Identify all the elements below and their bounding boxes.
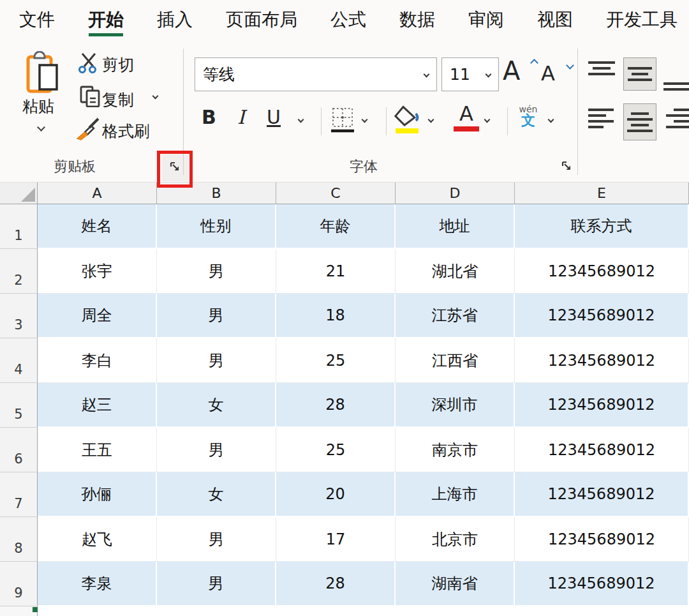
row-header-8[interactable]: 8 — [0, 517, 38, 562]
font-dialog-launcher-button[interactable] — [558, 158, 575, 176]
font-color-button[interactable]: A — [450, 103, 482, 131]
paste-dropdown-chevron-icon[interactable] — [37, 123, 45, 131]
font-size-chevron-icon[interactable] — [485, 71, 492, 78]
cell-D3[interactable]: 江苏省 — [396, 294, 515, 338]
column-header-A[interactable]: A — [38, 183, 157, 204]
row-header-9[interactable]: 9 — [0, 562, 38, 606]
row-header-1[interactable]: 1 — [0, 204, 38, 249]
cell-A9[interactable]: 李泉 — [38, 562, 157, 606]
copy-dropdown-chevron-icon[interactable] — [152, 93, 159, 100]
cell-A1[interactable]: 姓名 — [38, 204, 157, 249]
cell-B4[interactable]: 男 — [157, 338, 276, 383]
align-top-button[interactable] — [588, 61, 618, 91]
cell-B1[interactable]: 性别 — [157, 204, 276, 249]
cell-E7[interactable]: 12345689012 — [515, 472, 689, 517]
row-header-4[interactable]: 4 — [0, 338, 38, 383]
row-header-6[interactable]: 6 — [0, 428, 38, 472]
ribbon-tab-6[interactable]: 审阅 — [468, 0, 504, 40]
cell-C9[interactable]: 28 — [276, 562, 396, 606]
cell-B9[interactable]: 男 — [157, 562, 276, 606]
row-header-5[interactable]: 5 — [0, 383, 38, 428]
cell-E8[interactable]: 12345689012 — [515, 517, 689, 562]
row-header-7[interactable]: 7 — [0, 472, 38, 517]
font-color-chevron-icon[interactable] — [484, 117, 491, 123]
cell-A5[interactable]: 赵三 — [38, 383, 157, 428]
cell-A4[interactable]: 李白 — [38, 338, 157, 383]
cell-D6[interactable]: 南京市 — [396, 428, 515, 472]
ribbon-tab-0[interactable]: 文件 — [19, 0, 55, 40]
cell-E9[interactable]: 12345689012 — [515, 562, 689, 606]
select-all-button[interactable] — [0, 183, 38, 204]
cell-C5[interactable]: 28 — [276, 383, 396, 428]
cell-D4[interactable]: 江西省 — [396, 338, 515, 383]
cell-B6[interactable]: 男 — [157, 428, 276, 472]
cell-B8[interactable]: 男 — [157, 517, 276, 562]
cell-D2[interactable]: 湖北省 — [396, 249, 515, 294]
borders-dropdown-chevron-icon[interactable] — [362, 117, 368, 123]
cell-A3[interactable]: 周全 — [38, 294, 157, 338]
cell-B5[interactable]: 女 — [157, 383, 276, 428]
cell-D1[interactable]: 地址 — [396, 204, 515, 249]
ribbon-tab-7[interactable]: 视图 — [537, 0, 573, 40]
font-size-combo[interactable]: 11 — [441, 57, 499, 91]
row-header-2[interactable]: 2 — [0, 249, 38, 294]
align-middle-button[interactable] — [623, 57, 656, 91]
ribbon-tab-3[interactable]: 页面布局 — [226, 0, 297, 40]
cell-E3[interactable]: 12345689012 — [515, 294, 689, 338]
format-painter-icon[interactable] — [75, 117, 101, 143]
cell-B2[interactable]: 男 — [157, 249, 276, 294]
cell-D7[interactable]: 上海市 — [396, 472, 515, 517]
cell-E4[interactable]: 12345689012 — [515, 338, 689, 383]
cell-E5[interactable]: 12345689012 — [515, 383, 689, 428]
align-bottom-button[interactable] — [663, 65, 689, 91]
bold-button[interactable]: B — [202, 106, 216, 128]
ribbon-tab-2[interactable]: 插入 — [157, 0, 193, 40]
cell-B7[interactable]: 女 — [157, 472, 276, 517]
ribbon-tab-8[interactable]: 开发工具 — [606, 0, 678, 40]
cell-A6[interactable]: 王五 — [38, 428, 157, 472]
underline-button[interactable]: U — [267, 106, 281, 128]
paste-label[interactable]: 粘贴 — [22, 96, 54, 117]
copy-label[interactable]: 复制 — [102, 89, 134, 110]
row-header-3[interactable]: 3 — [0, 294, 38, 338]
copy-icon[interactable] — [80, 86, 101, 110]
cell-C7[interactable]: 20 — [276, 472, 396, 517]
ribbon-tab-4[interactable]: 公式 — [330, 0, 366, 40]
cell-D9[interactable]: 湖南省 — [396, 562, 515, 606]
fill-handle[interactable] — [33, 607, 38, 612]
cell-C1[interactable]: 年龄 — [276, 204, 396, 249]
cut-label[interactable]: 剪切 — [102, 54, 134, 75]
italic-button[interactable]: I — [237, 106, 245, 128]
column-header-C[interactable]: C — [276, 183, 396, 204]
ribbon-tab-5[interactable]: 数据 — [399, 0, 435, 40]
column-header-E[interactable]: E — [515, 183, 689, 204]
cell-A7[interactable]: 孙俪 — [38, 472, 157, 517]
cell-D5[interactable]: 深圳市 — [396, 383, 515, 428]
underline-dropdown-chevron-icon[interactable] — [298, 117, 304, 123]
cell-D8[interactable]: 北京市 — [396, 517, 515, 562]
cell-E2[interactable]: 12345689012 — [515, 249, 689, 294]
cell-A2[interactable]: 张宇 — [38, 249, 157, 294]
phonetic-guide-button[interactable]: wén 文 — [514, 105, 542, 128]
format-painter-label[interactable]: 格式刷 — [102, 121, 150, 142]
fill-color-button[interactable] — [393, 105, 422, 138]
cell-A8[interactable]: 赵飞 — [38, 517, 157, 562]
cell-E1[interactable]: 联系方式 — [515, 204, 689, 249]
cell-E6[interactable]: 12345689012 — [515, 428, 689, 472]
cell-B3[interactable]: 男 — [157, 294, 276, 338]
align-center-button[interactable] — [623, 103, 656, 140]
cell-C2[interactable]: 21 — [276, 249, 396, 294]
ribbon-tab-1[interactable]: 开始 — [88, 0, 124, 40]
cell-C6[interactable]: 25 — [276, 428, 396, 472]
column-header-D[interactable]: D — [396, 183, 515, 204]
cell-C3[interactable]: 18 — [276, 294, 396, 338]
cut-icon[interactable] — [78, 52, 100, 77]
borders-button[interactable] — [329, 106, 357, 138]
font-name-chevron-icon[interactable] — [424, 71, 430, 78]
align-left-button[interactable] — [588, 109, 618, 138]
decrease-font-size-button[interactable]: A — [541, 61, 574, 91]
cell-C4[interactable]: 25 — [276, 338, 396, 383]
font-name-combo[interactable]: 等线 — [195, 57, 437, 91]
cell-C8[interactable]: 17 — [276, 517, 396, 562]
fill-color-chevron-icon[interactable] — [428, 117, 434, 123]
